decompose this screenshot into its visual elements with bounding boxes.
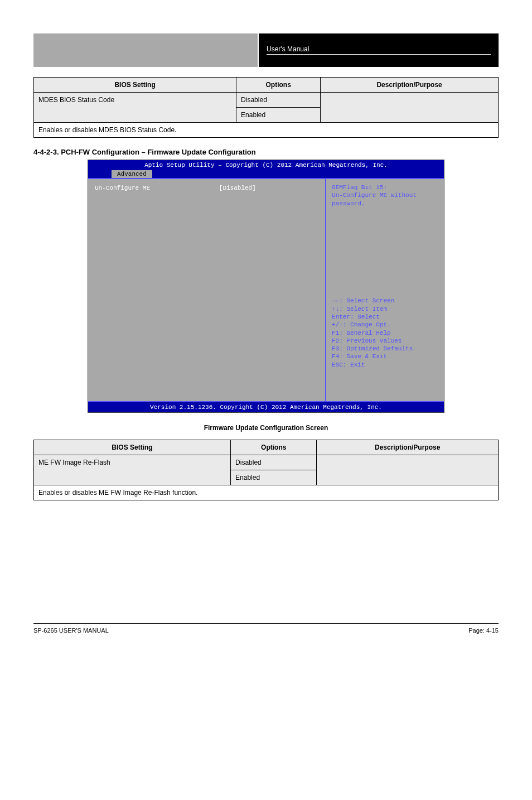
bios-key-3: +/-: Change Opt.	[332, 321, 438, 329]
t2-opt1: Disabled	[231, 455, 317, 470]
t1-desc-placeholder	[321, 93, 499, 123]
screenshot-caption: Firmware Update Configuration Screen	[33, 424, 499, 432]
bios-right-pane: OEMFlag Bit 15: Un-Configure ME without …	[325, 179, 444, 401]
bios-setting-row[interactable]: Un-Configure ME [Disabled]	[95, 185, 318, 191]
page-header: User's Manual	[33, 33, 499, 67]
bios-key-7: F4: Save & Exit	[332, 353, 438, 360]
bios-item-value: [Disabled]	[219, 185, 318, 191]
section-title: 4-4-2-3. PCH-FW Configuration – Firmware…	[33, 148, 499, 156]
t1-row-label: MDES BIOS Status Code	[34, 93, 236, 123]
bios-help-1: OEMFlag Bit 15:	[332, 184, 438, 191]
bios-help-text: OEMFlag Bit 15: Un-Configure ME without …	[332, 184, 438, 208]
bios-help-3: password.	[332, 200, 438, 208]
bios-key-4: F1: General Help	[332, 329, 438, 337]
header-right-block: User's Manual	[259, 33, 499, 67]
t1-opt2: Enabled	[236, 108, 321, 123]
bios-bottom-bar: Version 2.15.1236. Copyright (C) 2012 Am…	[88, 401, 444, 412]
header-left-block	[33, 33, 259, 67]
bios-key-8: ESC: Exit	[332, 361, 438, 369]
t1-header-options: Options	[236, 78, 321, 93]
t1-header-desc: Description/Purpose	[321, 78, 499, 93]
options-table-2: BIOS Setting Options Description/Purpose…	[33, 440, 499, 500]
bios-body: Un-Configure ME [Disabled] OEMFlag Bit 1…	[88, 178, 444, 401]
bios-key-2: Enter: Select	[332, 313, 438, 321]
bios-left-pane: Un-Configure ME [Disabled]	[88, 179, 325, 401]
bios-tab-advanced[interactable]: Advanced	[112, 170, 152, 178]
t2-opt2: Enabled	[231, 470, 317, 485]
t2-header-options: Options	[231, 440, 317, 455]
bios-help-2: Un-Configure ME without	[332, 191, 438, 199]
bios-key-6: F3: Optimized Defaults	[332, 345, 438, 353]
t2-desc-placeholder	[317, 455, 499, 485]
bios-key-1: ↑↓: Select Item	[332, 305, 438, 313]
bios-title-bar: Aptio Setup Utility – Copyright (C) 2012…	[88, 160, 444, 170]
bios-key-legend: →←: Select Screen ↑↓: Select Item Enter:…	[332, 297, 438, 369]
bios-item-name: Un-Configure ME	[95, 185, 219, 191]
t2-desc: Enables or disables ME FW Image Re-Flash…	[34, 485, 499, 500]
bios-tab-row: Advanced	[88, 170, 444, 178]
bios-screenshot: Aptio Setup Utility – Copyright (C) 2012…	[88, 160, 444, 413]
footer-left: SP-6265 USER'S MANUAL	[33, 627, 109, 634]
footer-right: Page: 4-15	[468, 627, 499, 634]
page-footer: SP-6265 USER'S MANUAL Page: 4-15	[33, 623, 499, 634]
options-table-1: BIOS Setting Options Description/Purpose…	[33, 77, 499, 138]
t1-header-setting: BIOS Setting	[34, 78, 236, 93]
t2-header-desc: Description/Purpose	[317, 440, 499, 455]
header-line1: User's Manual	[267, 45, 491, 55]
bios-key-0: →←: Select Screen	[332, 297, 438, 305]
bios-key-5: F2: Previous Values	[332, 337, 438, 345]
t2-header-setting: BIOS Setting	[34, 440, 231, 455]
t2-row-label: ME FW Image Re-Flash	[34, 455, 231, 485]
t1-opt1: Disabled	[236, 93, 321, 108]
t1-desc: Enables or disables MDES BIOS Status Cod…	[34, 123, 499, 138]
